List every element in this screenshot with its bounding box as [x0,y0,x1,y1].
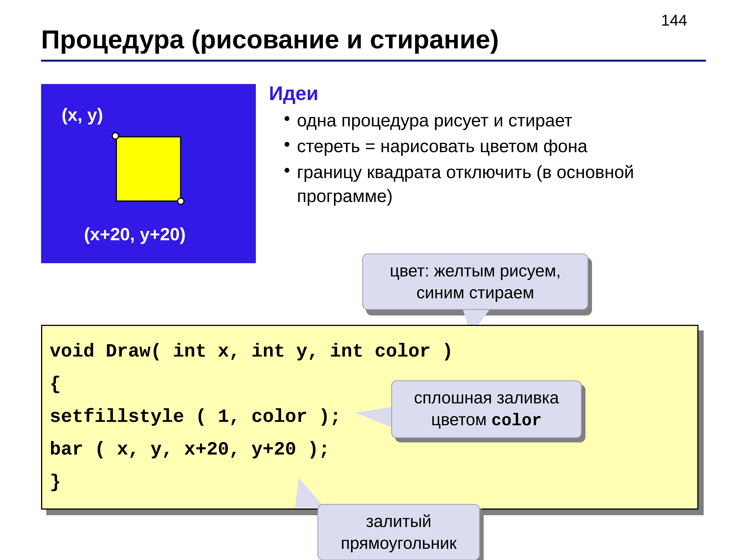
page-number: 144 [661,11,687,29]
code-line: { [50,368,690,401]
code-line: } [50,466,690,499]
slide: 144 Процедура (рисование и стирание) (x,… [0,0,747,560]
point-marker-icon [112,132,119,140]
coord-label-top: (x, y) [61,105,103,125]
callout-code: color [491,411,542,430]
ideas-heading: Идеи [269,82,318,105]
diagram-canvas: (x, y) (x+20, y+20) [41,84,256,263]
title-underline [41,60,706,61]
point-marker-icon [177,197,184,205]
list-item: границу квадрата отключить (в основной п… [284,160,710,208]
callout-bar: залитый прямоугольник [317,504,480,560]
callout-fill: сплошная заливка цветом color [391,380,582,438]
coord-label-bottom: (x+20, y+20) [84,224,186,244]
list-item: стереть = нарисовать цветом фона [284,134,710,158]
slide-title: Процедура (рисование и стирание) [41,24,499,54]
square-icon [116,136,181,202]
ideas-list: одна процедура рисует и стирает стереть … [284,108,710,210]
code-line: bar ( x, y, x+20, y+20 ); [50,433,690,466]
callout-color: цвет: желтым рисуем, синим стираем [362,254,588,310]
code-line: void Draw( int x, int y, int color ) [50,335,690,368]
list-item: одна процедура рисует и стирает [284,108,710,132]
